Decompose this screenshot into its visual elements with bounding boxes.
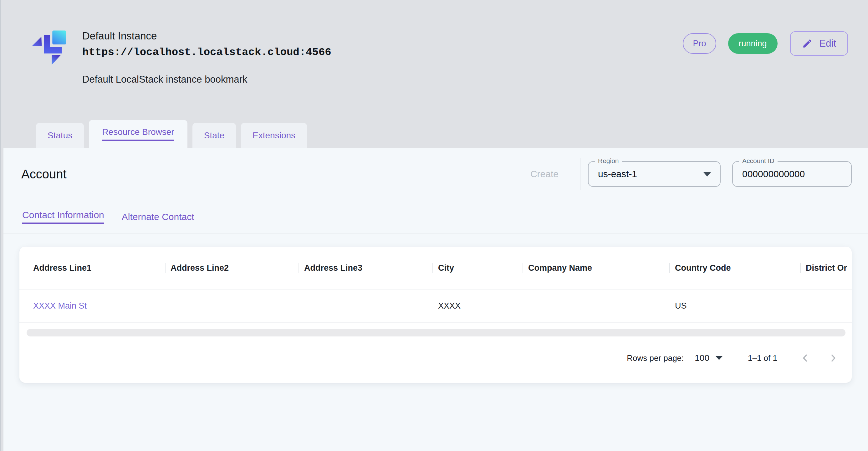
chevron-down-icon (716, 356, 722, 360)
column-header-country-code[interactable]: Country Code (669, 263, 800, 273)
resource-browser-panel: Account Create Region us-east-1 Account … (3, 148, 868, 451)
cell-address-line1-link[interactable]: XXXX Main St (33, 301, 165, 311)
header-divider (580, 158, 581, 190)
instance-actions: Pro running Edit (683, 24, 848, 56)
rows-per-page-label: Rows per page: (627, 353, 684, 363)
chevron-left-icon (799, 352, 811, 364)
resource-header: Account Create Region us-east-1 Account … (3, 148, 868, 200)
table-row[interactable]: XXXX Main St XXXX US (20, 290, 852, 323)
tab-extensions-label: Extensions (252, 130, 296, 141)
table-header-row: Address Line1 Address Line2 Address Line… (20, 247, 852, 290)
column-header-address-line3[interactable]: Address Line3 (299, 263, 432, 273)
horizontal-scrollbar-thumb[interactable] (27, 329, 845, 336)
account-id-input[interactable] (733, 169, 851, 179)
tab-resource-browser[interactable]: Resource Browser (89, 120, 187, 148)
rows-per-page-select[interactable]: 100 (695, 353, 722, 363)
window-edge (0, 0, 1, 451)
instance-title: Default Instance (82, 30, 331, 42)
instance-url: https://localhost.localstack.cloud:4566 (82, 46, 331, 58)
rows-per-page-value: 100 (695, 353, 709, 363)
instance-subtitle: Default LocalStack instance bookmark (82, 74, 331, 85)
pencil-icon (802, 38, 813, 49)
edit-button-label: Edit (819, 38, 836, 49)
tab-status-label: Status (48, 130, 72, 141)
localstack-instance-page: Default Instance https://localhost.local… (0, 0, 868, 451)
tab-extensions[interactable]: Extensions (241, 123, 307, 148)
column-header-address-line2[interactable]: Address Line2 (165, 263, 299, 273)
column-header-city[interactable]: City (432, 263, 523, 273)
previous-page-button[interactable] (799, 352, 811, 364)
localstack-logo-icon (31, 24, 68, 66)
cell-city: XXXX (432, 301, 523, 311)
region-select[interactable]: Region us-east-1 (588, 161, 721, 187)
table-pagination: Rows per page: 100 1–1 of 1 (20, 338, 852, 383)
pagination-range-label: 1–1 of 1 (748, 353, 777, 363)
subtab-contact-information[interactable]: Contact Information (22, 210, 104, 224)
create-button[interactable]: Create (530, 169, 559, 179)
edit-button[interactable]: Edit (790, 31, 848, 56)
account-subtabs: Contact Information Alternate Contact (3, 200, 868, 234)
next-page-button[interactable] (827, 352, 839, 364)
contact-information-table-card: Address Line1 Address Line2 Address Line… (20, 247, 852, 383)
main-tabs: Status Resource Browser State Extensions (36, 120, 312, 148)
table-horizontal-scroll (20, 323, 852, 338)
region-select-value: us-east-1 (589, 169, 637, 179)
column-header-company-name[interactable]: Company Name (523, 263, 669, 273)
tab-state[interactable]: State (192, 123, 236, 148)
status-badge: running (728, 33, 778, 54)
tab-status[interactable]: Status (36, 123, 84, 148)
chevron-down-icon (703, 172, 711, 177)
column-header-district-or[interactable]: District Or (800, 263, 852, 273)
instance-header: Default Instance https://localhost.local… (31, 24, 848, 85)
chevron-right-icon (827, 352, 839, 364)
tab-state-label: State (204, 130, 224, 141)
account-id-field-label: Account ID (739, 157, 778, 164)
page-title: Account (21, 167, 67, 181)
cell-country-code: US (669, 301, 800, 311)
pro-badge: Pro (683, 33, 716, 54)
tab-resource-browser-label: Resource Browser (102, 127, 174, 141)
account-id-field-wrapper: Account ID (732, 161, 852, 187)
subtab-alternate-contact[interactable]: Alternate Contact (122, 212, 194, 222)
region-select-label: Region (595, 157, 622, 164)
instance-info: Default Instance https://localhost.local… (82, 24, 331, 85)
column-header-address-line1[interactable]: Address Line1 (33, 263, 165, 273)
